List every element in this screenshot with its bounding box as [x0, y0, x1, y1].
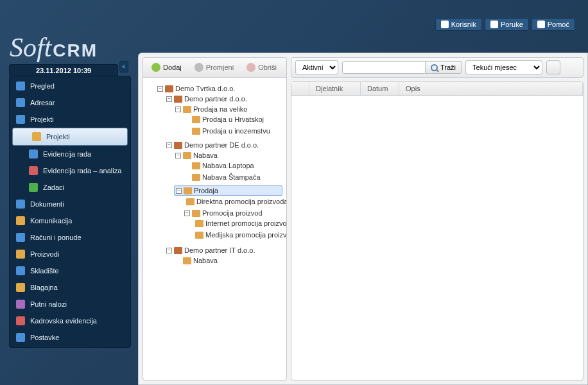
- nav-projekti[interactable]: Projekti: [10, 111, 130, 128]
- collapse-icon[interactable]: −: [175, 107, 181, 112]
- nav-label: Računi i ponude: [30, 234, 82, 241]
- tree-node[interactable]: −Demo Tvrtka d.o.o.: [156, 84, 282, 93]
- tree-node[interactable]: −Demo partner d.o.o.: [165, 94, 282, 103]
- overview-icon: [16, 81, 25, 90]
- status-select[interactable]: Aktivni: [295, 60, 338, 74]
- tree-toolbar: Dodaj Promjeni Obriši: [143, 58, 286, 78]
- grid-col-djelatnik[interactable]: Djelatnik: [309, 82, 361, 95]
- collapse-sidebar-button[interactable]: <: [119, 61, 128, 73]
- tree-node[interactable]: Medijska promocija proizvoda: [192, 230, 282, 239]
- tree-node[interactable]: Prodaja u inozemstvu: [183, 126, 282, 135]
- tree-node[interactable]: Nabava: [174, 256, 282, 265]
- nav-label: Komunikacija: [30, 217, 72, 225]
- collapse-icon[interactable]: −: [184, 210, 190, 216]
- box-icon: [186, 198, 195, 205]
- nav-evidencija-analiza[interactable]: Evidencija rada – analiza: [10, 162, 130, 179]
- box-icon: [192, 210, 200, 217]
- nav-zadaci[interactable]: Zadaci: [10, 179, 130, 196]
- tree-node[interactable]: −Prodaja na veliko: [174, 105, 282, 114]
- tree-label: Prodaja: [194, 187, 218, 194]
- nav-blagajna[interactable]: Blagajna: [10, 279, 130, 296]
- tree-node[interactable]: Nabava Laptopa: [183, 161, 282, 170]
- tree-node[interactable]: −Nabava: [174, 151, 282, 160]
- chevron-left-icon: <: [122, 64, 125, 70]
- tree-label: Prodaja u inozemstvu: [202, 127, 270, 135]
- box-icon: [183, 106, 191, 113]
- period-select[interactable]: Tekući mjesec: [465, 60, 542, 74]
- nav-postavke[interactable]: Postavke: [10, 329, 130, 346]
- user-button[interactable]: Korisnik: [435, 18, 482, 31]
- box-icon: [192, 128, 200, 135]
- nav-proizvodi[interactable]: Proizvodi: [10, 246, 130, 262]
- tree-node[interactable]: Nabava Štampača: [183, 173, 282, 182]
- nav-label: Proizvodi: [30, 250, 59, 258]
- tree-node[interactable]: −Demo partner IT d.o.o.: [165, 246, 282, 255]
- delete-label: Obriši: [258, 64, 277, 71]
- extra-button[interactable]: [546, 60, 560, 74]
- tree-panel: Dodaj Promjeni Obriši −Demo Tvrtka d.o.o…: [143, 57, 287, 381]
- tree-node[interactable]: −Promocija proizvod: [183, 209, 282, 218]
- box-icon: [192, 174, 200, 181]
- comms-icon: [16, 216, 25, 225]
- box-icon: [183, 257, 191, 264]
- search-input[interactable]: [342, 61, 426, 74]
- tree-node[interactable]: −Demo partner DE d.o.o.: [165, 141, 282, 150]
- tree-label: Nabava Laptopa: [202, 162, 254, 169]
- nav-putni-nalozi[interactable]: Putni nalozi: [10, 296, 130, 312]
- collapse-icon[interactable]: −: [166, 248, 172, 253]
- tree-label: Nabava Štampača: [202, 173, 261, 181]
- grid-col-0[interactable]: [291, 82, 309, 95]
- collapse-icon[interactable]: −: [175, 153, 181, 158]
- nav-skladiste[interactable]: Skladište: [10, 262, 130, 279]
- datetime-bar: 23.11.2012 10:39: [9, 64, 118, 77]
- nav-komunikacija[interactable]: Komunikacija: [10, 212, 130, 229]
- nav-racuni[interactable]: Računi i ponude: [10, 229, 130, 246]
- tree-label: Nabava: [193, 257, 218, 264]
- messages-button[interactable]: Poruke: [485, 18, 529, 31]
- collapse-icon[interactable]: −: [166, 142, 172, 148]
- delete-button[interactable]: Obriši: [241, 60, 282, 74]
- cashier-icon: [16, 283, 25, 292]
- data-grid[interactable]: Djelatnik Datum Opis: [291, 81, 584, 381]
- nav-label: Evidencija rada: [43, 150, 91, 158]
- nav-label: Pregled: [30, 82, 55, 90]
- grid-col-opis[interactable]: Opis: [399, 82, 583, 95]
- nav-pregled[interactable]: Pregled: [10, 78, 130, 94]
- tree-node[interactable]: Direktna promocija proizvoda: [183, 197, 282, 206]
- tree-label: Prodaja na veliko: [193, 105, 247, 113]
- tree-node-selected[interactable]: −Prodaja: [174, 185, 282, 196]
- edit-button[interactable]: Promjeni: [189, 60, 239, 74]
- project-tree[interactable]: −Demo Tvrtka d.o.o. −Demo partner d.o.o.…: [143, 78, 286, 380]
- documents-icon: [16, 200, 25, 209]
- collapse-icon[interactable]: −: [157, 86, 163, 92]
- plus-icon: [151, 63, 160, 72]
- help-button[interactable]: Pomoć: [532, 18, 575, 31]
- nav-kadrovska[interactable]: Kadrovska evidencija: [10, 312, 130, 329]
- add-button[interactable]: Dodaj: [146, 60, 187, 74]
- filter-toolbar: Aktivni Traži Tekući mjesec: [291, 57, 584, 78]
- tree-node[interactable]: Prodaja u Hrvatskoj: [183, 115, 282, 124]
- addressbook-icon: [16, 98, 25, 107]
- nav-projekti-sub[interactable]: Projekti: [12, 128, 128, 146]
- nav-evidencija-rada[interactable]: Evidencija rada: [10, 146, 130, 162]
- tree-label: Internet promocija proizvoda: [205, 219, 286, 227]
- add-label: Dodaj: [163, 64, 182, 71]
- nav-label: Evidencija rada – analiza: [43, 167, 121, 175]
- nav-dokumenti[interactable]: Dokumenti: [10, 196, 130, 212]
- tree-label: Promocija proizvod: [202, 209, 263, 217]
- tree-node[interactable]: Internet promocija proizvoda: [192, 219, 282, 228]
- user-icon: [441, 21, 449, 28]
- hr-icon: [16, 316, 25, 325]
- collapse-icon[interactable]: −: [176, 188, 182, 194]
- warehouse-icon: [16, 266, 25, 275]
- box-icon: [183, 152, 191, 159]
- search-button[interactable]: Traži: [426, 61, 462, 74]
- collapse-icon[interactable]: −: [166, 96, 172, 102]
- nav-label: Dokumenti: [30, 200, 64, 208]
- tree-label: Direktna promocija proizvoda: [196, 198, 286, 205]
- projects-icon: [16, 115, 25, 124]
- grid-col-datum[interactable]: Datum: [361, 82, 399, 95]
- datetime-text: 23.11.2012 10:39: [36, 67, 91, 74]
- right-panel: Aktivni Traži Tekući mjesec Djelatnik Da…: [291, 57, 584, 381]
- nav-adresar[interactable]: Adresar: [10, 94, 130, 111]
